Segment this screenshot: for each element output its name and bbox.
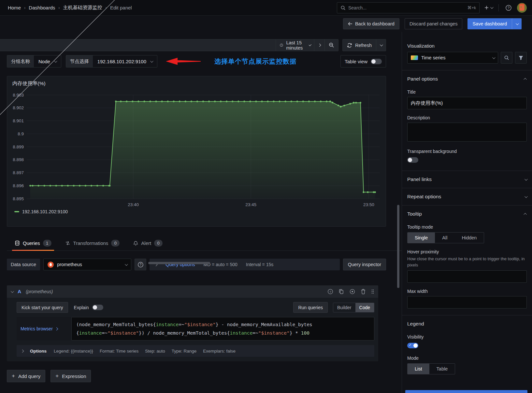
- editor-tabs: Queries 1 Transformations 0 Alert 0: [7, 236, 409, 251]
- metrics-browser-button[interactable]: Metrics browser: [17, 317, 71, 340]
- save-dashboard-caret[interactable]: [512, 18, 522, 29]
- tooltip-header-label: Tooltip: [407, 211, 422, 217]
- search-input[interactable]: [348, 5, 465, 10]
- datasource-help-button[interactable]: ?: [135, 259, 146, 270]
- legend-mode-list[interactable]: List: [408, 364, 429, 374]
- add-query-button[interactable]: + Add query: [7, 370, 45, 382]
- panel-options-header-label: Panel options: [407, 76, 438, 82]
- node-variable-control[interactable]: 节点选择 192.168.101.202:9100: [66, 55, 157, 68]
- query-header-row[interactable]: A (prometheus) ?: [7, 285, 378, 298]
- time-shift-forward-button[interactable]: [314, 39, 325, 51]
- builder-code-switch: Builder Code: [333, 303, 374, 312]
- delete-query-icon[interactable]: [361, 289, 366, 295]
- repeat-options-section-header[interactable]: Repeat options: [407, 188, 527, 205]
- table-view-toggle[interactable]: [371, 59, 382, 64]
- save-dashboard-button[interactable]: Save dashboard: [467, 18, 512, 29]
- annotation-text: 选择单个节点展示监控数据: [214, 57, 296, 66]
- promql-code-editor[interactable]: (node_memory_MemTotal_bytes{instance=~"$…: [71, 317, 374, 340]
- refresh-icon: [347, 43, 352, 48]
- run-queries-button[interactable]: Run queries: [293, 302, 328, 313]
- search-icon: [340, 5, 346, 10]
- tab-alert[interactable]: Alert 0: [130, 240, 166, 250]
- legend-visibility-toggle[interactable]: [407, 343, 418, 348]
- svg-text:23:40: 23:40: [128, 202, 139, 207]
- hover-proximity-input[interactable]: [407, 270, 527, 283]
- help-button[interactable]: ?: [503, 3, 514, 13]
- breadcrumb-dashboard-name[interactable]: 主机基础资源监控: [63, 5, 102, 11]
- collapse-query-icon[interactable]: [11, 290, 14, 293]
- explain-toggle[interactable]: [92, 305, 103, 310]
- duplicate-query-icon[interactable]: [338, 289, 344, 295]
- chevron-down-icon: [525, 177, 528, 181]
- legend-series-name[interactable]: 192.168.101.202:9100: [22, 209, 68, 214]
- svg-text:8.898: 8.898: [13, 157, 24, 162]
- table-view-label: Table view: [345, 59, 367, 64]
- time-picker-group: Last 15 minutes: [0, 39, 338, 51]
- hide-query-icon[interactable]: [349, 289, 355, 295]
- query-options-bar[interactable]: Query options MD = auto = 500 Interval =…: [150, 259, 339, 270]
- table-view-control: Table view: [340, 55, 386, 68]
- user-avatar[interactable]: [517, 3, 527, 13]
- legend-section-header[interactable]: Legend: [407, 315, 527, 332]
- panel-options-pane: Visualization Time series Panel options: [402, 32, 532, 393]
- add-expression-button[interactable]: + Expression: [50, 370, 91, 382]
- drag-handle-icon[interactable]: [371, 289, 374, 295]
- panel-links-section-header[interactable]: Panel links: [407, 171, 527, 188]
- svg-text:23:45: 23:45: [245, 202, 256, 207]
- vertical-scrollbar[interactable]: [397, 205, 399, 288]
- chevron-down-icon: [492, 56, 496, 59]
- tooltip-section-header[interactable]: Tooltip: [407, 205, 527, 222]
- tab-transformations-label: Transformations: [73, 240, 108, 246]
- zoom-out-time-button[interactable]: [325, 39, 338, 51]
- options-label: Options: [30, 349, 47, 354]
- tooltip-mode-single[interactable]: Single: [408, 233, 435, 243]
- search-box[interactable]: ⌘+k: [337, 2, 480, 13]
- breadcrumb-dashboards[interactable]: Dashboards: [29, 5, 55, 10]
- search-shortcut: ⌘+k: [467, 5, 476, 10]
- datasource-picker[interactable]: prometheus: [43, 259, 131, 270]
- max-width-input[interactable]: [407, 296, 527, 309]
- query-help-icon[interactable]: ?: [327, 289, 333, 295]
- legend-mode-label: Mode: [407, 355, 527, 361]
- horizontal-scrollbar[interactable]: [148, 262, 210, 264]
- query-toolbar: Kick start your query Explain Run querie…: [7, 298, 378, 316]
- transparent-background-label: Transparent background: [407, 149, 527, 154]
- query-actions: + Add query + Expression: [7, 370, 386, 382]
- kick-start-query-button[interactable]: Kick start your query: [17, 302, 68, 313]
- time-range-picker[interactable]: Last 15 minutes: [276, 39, 314, 51]
- explain-label: Explain: [74, 305, 89, 310]
- panel-description-input[interactable]: [407, 123, 527, 142]
- repeat-options-header-label: Repeat options: [407, 194, 441, 200]
- panel-title-input[interactable]: [407, 97, 527, 109]
- builder-option[interactable]: Builder: [333, 303, 355, 312]
- refresh-button[interactable]: Refresh: [342, 39, 376, 51]
- search-options-button[interactable]: [501, 52, 512, 64]
- visualization-picker[interactable]: Time series: [407, 52, 498, 64]
- panel-options-section-header[interactable]: Panel options: [407, 70, 527, 87]
- tab-transformations[interactable]: Transformations 0: [62, 240, 123, 250]
- chevron-right-icon: [55, 327, 58, 330]
- query-inspector-button[interactable]: Query inspector: [343, 259, 386, 270]
- svg-text:8.896: 8.896: [13, 183, 24, 188]
- tooltip-mode-all[interactable]: All: [435, 233, 454, 243]
- breadcrumb-home[interactable]: Home: [8, 5, 21, 10]
- tooltip-mode-hidden[interactable]: Hidden: [454, 233, 484, 243]
- filter-options-button[interactable]: [515, 52, 527, 64]
- transparent-background-toggle[interactable]: [407, 157, 418, 163]
- add-new-button[interactable]: [483, 3, 494, 13]
- explain-control: Explain: [74, 305, 103, 310]
- tab-queries[interactable]: Queries 1: [11, 240, 55, 250]
- time-series-chart[interactable]: 23:4023:4523:508.9038.9028.9018.98.8998.…: [7, 88, 386, 210]
- legend-series-color: [14, 211, 19, 212]
- query-options-collapsed-row[interactable]: Options Legend: {{instance}} Format: Tim…: [17, 345, 374, 357]
- query-ref-id[interactable]: A: [18, 289, 21, 295]
- time-shift-back-button[interactable]: [0, 39, 276, 51]
- code-option[interactable]: Code: [355, 303, 374, 312]
- svg-text:8.901: 8.901: [13, 118, 24, 123]
- legend-mode-table[interactable]: Table: [429, 364, 455, 374]
- breadcrumb-separator: ›: [58, 5, 60, 10]
- discard-panel-changes-button[interactable]: Discard panel changes: [405, 18, 463, 29]
- back-to-dashboard-button[interactable]: Back to dashboard: [343, 18, 399, 29]
- refresh-interval-caret[interactable]: [376, 39, 386, 51]
- chevron-down-icon: [125, 263, 128, 266]
